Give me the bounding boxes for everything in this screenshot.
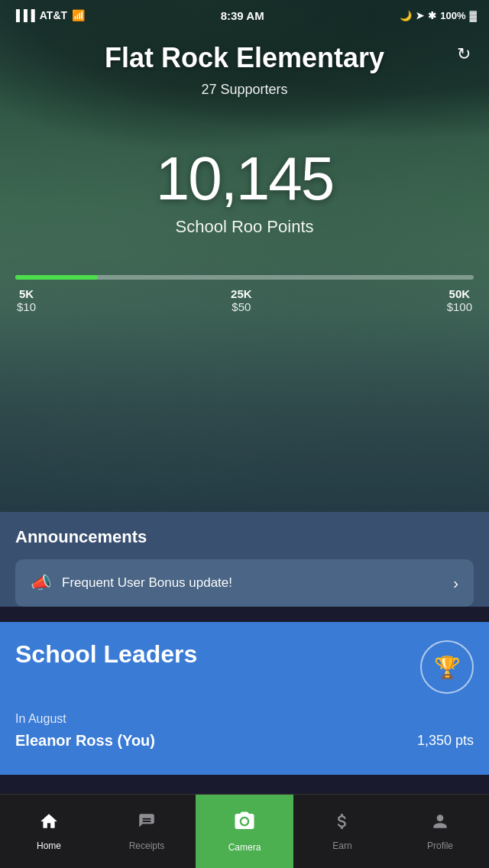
leader-name: Eleanor Ross (You) (15, 732, 155, 750)
tab-camera[interactable]: Camera (196, 795, 293, 868)
milestone-5k: 5K $10 (17, 287, 36, 313)
signal-icon: ▐▐▐ (12, 9, 35, 21)
status-time: 8:39 AM (221, 9, 264, 22)
trophy-button[interactable]: 🏆 (420, 640, 474, 694)
location-icon: ➤ (416, 10, 424, 21)
leaders-header: School Leaders 🏆 (15, 640, 474, 694)
leaders-section: School Leaders 🏆 In August Eleanor Ross … (0, 622, 489, 775)
milestone-25k-reward: $50 (232, 300, 251, 313)
points-value: 10,145 (156, 144, 334, 214)
status-left: ▐▐▐ AT&T 📶 (12, 9, 85, 21)
profile-label: Profile (427, 840, 453, 851)
tab-earn[interactable]: Earn (293, 795, 391, 868)
tab-receipts[interactable]: Receipts (98, 795, 196, 868)
hero-section: Flat Rock Elementary 27 Supporters 10,14… (0, 0, 489, 512)
leader-points: 1,350 pts (417, 733, 474, 749)
status-bar: ▐▐▐ AT&T 📶 8:39 AM 🌙 ➤ ✱ 100% ▓ (0, 0, 489, 31)
announcement-text: Frequent User Bonus update! (62, 575, 232, 591)
announcements-title: Announcements (15, 527, 474, 547)
battery-icon: ▓ (470, 10, 477, 21)
tab-home[interactable]: Home (0, 795, 98, 868)
earn-icon (332, 811, 352, 837)
battery-label: 100% (440, 10, 465, 21)
status-right: 🌙 ➤ ✱ 100% ▓ (400, 10, 477, 21)
points-label: School Roo Points (176, 217, 314, 237)
wifi-icon: 📶 (72, 9, 85, 21)
milestone-25k: 25K $50 (231, 287, 252, 313)
leaders-period: In August (15, 712, 474, 726)
announcement-item[interactable]: 📣 Frequent User Bonus update! › (15, 559, 474, 607)
profile-icon (430, 811, 450, 837)
milestone-50k: 50K $100 (447, 287, 472, 313)
megaphone-icon: 📣 (31, 573, 51, 593)
progress-fill (15, 275, 98, 280)
camera-label: Camera (228, 842, 261, 853)
supporters-count: 27 Supporters (201, 82, 287, 98)
trophy-icon: 🏆 (434, 655, 461, 680)
bluetooth-icon: ✱ (428, 10, 436, 21)
camera-icon (233, 810, 256, 838)
hero-content: Flat Rock Elementary 27 Supporters 10,14… (0, 0, 489, 313)
progress-container: 5K $10 25K $50 50K $100 (0, 275, 489, 313)
progress-track (15, 275, 474, 280)
receipts-icon (137, 811, 157, 837)
home-icon (39, 811, 59, 837)
announcements-section: Announcements 📣 Frequent User Bonus upda… (0, 512, 489, 607)
announcement-left: 📣 Frequent User Bonus update! (31, 573, 232, 593)
progress-labels: 5K $10 25K $50 50K $100 (15, 287, 474, 313)
milestone-50k-reward: $100 (447, 300, 472, 313)
earn-label: Earn (332, 840, 351, 851)
carrier-label: AT&T (40, 9, 67, 21)
moon-icon: 🌙 (400, 10, 412, 21)
school-name: Flat Rock Elementary (105, 42, 384, 74)
milestone-25k-value: 25K (231, 287, 252, 300)
receipts-label: Receipts (129, 840, 165, 851)
tab-profile[interactable]: Profile (391, 795, 489, 868)
home-label: Home (37, 840, 61, 851)
milestone-5k-value: 5K (19, 287, 34, 300)
tab-bar: Home Receipts Camera Earn Profile (0, 794, 489, 868)
leader-row: Eleanor Ross (You) 1,350 pts (15, 726, 474, 756)
chevron-right-icon: › (453, 575, 458, 592)
milestone-5k-reward: $10 (17, 300, 36, 313)
leaders-title: School Leaders (15, 640, 197, 669)
milestone-50k-value: 50K (449, 287, 471, 300)
